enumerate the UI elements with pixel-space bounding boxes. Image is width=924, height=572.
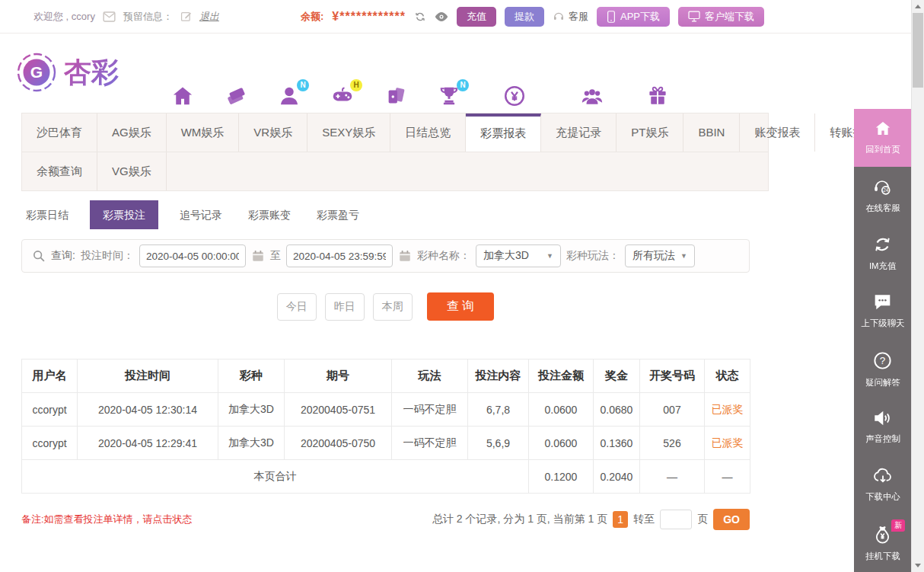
tab-deposit-withdraw-records[interactable]: 充提记录 xyxy=(541,113,617,152)
sidebar-item-label: 声音控制 xyxy=(865,433,900,445)
subtab-lottery-bets[interactable]: 彩票投注 xyxy=(90,200,158,229)
subtab-lottery-account-change[interactable]: 彩票账变 xyxy=(244,200,295,229)
chat-icon xyxy=(872,293,893,312)
nav-badge-h: H xyxy=(350,79,362,91)
sidebar-item-im-recharge[interactable]: IM充值 xyxy=(854,225,911,283)
col-bet-amount: 投注金额 xyxy=(529,359,594,393)
cloud-download-icon xyxy=(872,467,894,485)
calendar-icon[interactable] xyxy=(398,249,412,263)
eye-icon[interactable] xyxy=(435,11,448,22)
tab-ag-entertainment[interactable]: AG娱乐 xyxy=(97,113,167,152)
goto-page-input[interactable] xyxy=(660,510,692,529)
tab-lottery-report[interactable]: 彩票报表 xyxy=(466,113,541,152)
main-content: 沙巴体育 AG娱乐 WM娱乐 VR娱乐 SEXY娱乐 日结总览 彩票报表 充提记… xyxy=(21,113,769,530)
balance-label: 余额: xyxy=(301,10,323,24)
col-bet-content: 投注内容 xyxy=(468,359,529,393)
cards-icon xyxy=(384,85,407,107)
table-row: ccorypt 2020-04-05 12:29:41 加拿大3D 202004… xyxy=(22,427,750,460)
tab-pt-entertainment[interactable]: PT娱乐 xyxy=(617,113,683,152)
cell-lottery: 加拿大3D xyxy=(218,427,285,460)
nav-badge-n: N xyxy=(457,79,469,91)
brand-name: 杏彩 xyxy=(64,54,119,91)
trophy-icon: N xyxy=(438,85,460,107)
nav-badge-n: N xyxy=(297,79,309,91)
sidebar-item-label: 疑问解答 xyxy=(865,376,900,388)
edit-icon[interactable] xyxy=(180,11,192,22)
sidebar-item-faq[interactable]: ? 疑问解答 xyxy=(854,340,911,398)
customer-service-link[interactable]: 客服 xyxy=(553,10,588,24)
cell-bet-amount: 0.0600 xyxy=(529,393,594,427)
logout-link[interactable]: 退出 xyxy=(199,10,219,24)
total-status: — xyxy=(705,460,750,494)
tab-vg-entertainment[interactable]: VG娱乐 xyxy=(97,152,167,190)
status-link[interactable]: 已派奖 xyxy=(705,427,750,460)
page-scrollbar[interactable] xyxy=(911,0,924,572)
status-link[interactable]: 已派奖 xyxy=(705,393,750,427)
sidebar-item-label: 上下级聊天 xyxy=(861,317,904,329)
tab-sexy-entertainment[interactable]: SEXY娱乐 xyxy=(307,113,390,152)
calendar-icon[interactable] xyxy=(251,249,265,263)
col-username: 用户名 xyxy=(22,359,78,393)
recharge-button[interactable]: 充值 xyxy=(457,7,496,27)
cell-draw-number: 007 xyxy=(640,393,705,427)
subtab-chase-records[interactable]: 追号记录 xyxy=(175,200,227,229)
go-button[interactable]: GO xyxy=(713,509,750,530)
ticket-icon xyxy=(225,85,247,107)
note-text: 备注:如需查看投注单详情，请点击状态 xyxy=(21,513,193,526)
subtab-lottery-profit-loss[interactable]: 彩票盈亏 xyxy=(312,200,364,229)
today-button[interactable]: 今日 xyxy=(277,293,317,321)
current-page-badge[interactable]: 1 xyxy=(613,511,628,528)
subtab-lottery-daily[interactable]: 彩票日结 xyxy=(21,200,73,229)
tab-balance-query[interactable]: 余额查询 xyxy=(22,152,97,190)
reserved-info-label: 预留信息： xyxy=(123,10,173,24)
tab-saba-sports[interactable]: 沙巴体育 xyxy=(22,113,97,152)
play-type-select[interactable]: 所有玩法 ▼ xyxy=(625,244,695,267)
sidebar-item-sound-control[interactable]: 声音控制 xyxy=(854,398,911,456)
yesterday-button[interactable]: 昨日 xyxy=(325,293,365,321)
sidebar-item-hangup-download[interactable]: 挂机下载 新 xyxy=(854,514,911,572)
lottery-name-value: 加拿大3D xyxy=(483,249,529,263)
sidebar-item-back-home[interactable]: 回到首页 xyxy=(854,109,911,167)
withdraw-button[interactable]: 提款 xyxy=(505,7,544,27)
app-download-button[interactable]: APP下载 xyxy=(597,7,670,27)
tab-bbin[interactable]: BBIN xyxy=(683,113,740,152)
scroll-up-arrow[interactable] xyxy=(912,0,924,13)
play-type-label: 彩种玩法： xyxy=(566,249,620,263)
scroll-down-arrow[interactable] xyxy=(912,559,924,572)
bet-time-label: 投注时间： xyxy=(81,249,134,263)
cell-bet-time: 2020-04-05 12:29:41 xyxy=(78,427,218,460)
sidebar-item-chat[interactable]: 上下级聊天 xyxy=(854,283,911,340)
scrollbar-thumb[interactable] xyxy=(913,13,923,88)
app-download-label: APP下载 xyxy=(620,10,660,24)
sidebar-item-online-service[interactable]: 24 在线客服 xyxy=(854,167,911,225)
lottery-name-select[interactable]: 加拿大3D ▼ xyxy=(476,244,561,267)
this-week-button[interactable]: 本周 xyxy=(373,293,413,321)
tab-daily-summary[interactable]: 日结总览 xyxy=(390,113,466,152)
to-label: 至 xyxy=(270,249,281,263)
tab-wm-entertainment[interactable]: WM娱乐 xyxy=(167,113,240,152)
sidebar-item-label: IM充值 xyxy=(869,260,896,272)
home-icon xyxy=(171,85,194,107)
svg-text:24: 24 xyxy=(883,187,889,193)
phone-icon xyxy=(607,11,616,23)
cell-draw-number: 526 xyxy=(640,427,705,460)
live-person-icon: N xyxy=(278,85,301,107)
total-prize: 0.2040 xyxy=(594,460,640,494)
team-icon xyxy=(581,85,604,107)
sidebar-item-label: 下载中心 xyxy=(865,491,900,503)
mail-icon[interactable] xyxy=(103,11,116,22)
tab-account-change-report[interactable]: 账变报表 xyxy=(740,113,815,152)
headset-icon xyxy=(553,11,565,23)
pagination: 总计 2 个记录, 分为 1 页, 当前第 1 页 1 转至 页 GO xyxy=(432,509,750,530)
sidebar-new-badge: 新 xyxy=(891,519,905,532)
refresh-balance-icon[interactable] xyxy=(414,11,426,23)
start-time-input[interactable] xyxy=(139,244,246,267)
customer-service-label: 客服 xyxy=(569,10,588,24)
client-download-button[interactable]: 客户端下载 xyxy=(678,7,764,27)
tab-vr-entertainment[interactable]: VR娱乐 xyxy=(239,113,307,152)
end-time-input[interactable] xyxy=(286,244,393,267)
sidebar-item-download-center[interactable]: 下载中心 xyxy=(854,456,911,514)
table-footer: 备注:如需查看投注单详情，请点击状态 总计 2 个记录, 分为 1 页, 当前第… xyxy=(21,509,750,530)
site-logo[interactable]: G 杏彩 xyxy=(15,51,119,94)
query-button[interactable]: 查 询 xyxy=(427,292,494,321)
